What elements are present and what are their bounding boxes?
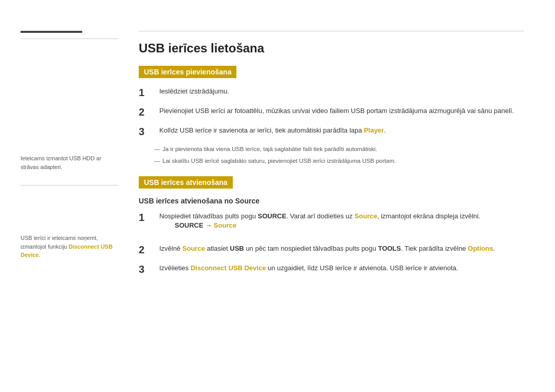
disconnect-step-2-text: Izvēlnē Source atlasiet USB un pēc tam n… <box>159 244 495 254</box>
section-disconnect: USB ierīces atvienošana USB ierīces atvi… <box>139 176 524 276</box>
connect-note-1: — Ja ir pievienota tikai viena USB ierīc… <box>154 145 524 154</box>
source-arrow: SOURCE → Source <box>175 221 480 229</box>
disconnect-step-3: 3 Izvēlieties Disconnect USB Device un u… <box>139 263 524 275</box>
sidebar-note-1: Ieteicams izmantot USB HDD ar strāvas ad… <box>21 154 113 171</box>
page-title: USB ierīces lietošana <box>139 41 524 55</box>
connect-step-3: 3 Kolīdz USB ierīce ir savienota ar ierī… <box>139 125 524 138</box>
connect-step-2-text: Pievienojiet USB ierīci ar fotoattēlu, m… <box>159 106 514 117</box>
sidebar-divider-mid <box>21 185 118 185</box>
disconnect-step-1: 1 Nospiediet tālvadības pults pogu SOURC… <box>139 211 524 237</box>
disconnect-step-2: 2 Izvēlnē Source atlasiet USB un pēc tam… <box>139 244 524 256</box>
section-connect: USB ierīces pievienošana 1 Ieslēdziet iz… <box>139 66 524 166</box>
connect-note-2: — Lai skatītu USB ierīcē saglabāto satur… <box>154 157 524 165</box>
connect-steps: 1 Ieslēdziet izstrādājumu. 2 Pievienojie… <box>139 86 524 138</box>
disconnect-step-3-text: Izvēlieties Disconnect USB Device un uzg… <box>159 263 458 274</box>
sidebar-divider-top <box>21 39 118 39</box>
section-disconnect-subheading: USB ierīces atvienošana no Source <box>139 197 524 205</box>
sidebar: Ieteicams izmantot USB HDD ar strāvas ad… <box>0 0 118 392</box>
connect-notes: — Ja ir pievienota tikai viena USB ierīc… <box>154 145 524 166</box>
sidebar-top-bar <box>21 31 82 33</box>
section-disconnect-heading: USB ierīces atvienošana <box>139 176 233 189</box>
main-content: USB ierīces lietošana USB ierīces pievie… <box>118 0 555 392</box>
connect-step-1-text: Ieslēdziet izstrādājumu. <box>159 86 229 97</box>
sidebar-note-2: USB ierīci ir ieteicams noņemt, izmantoj… <box>21 234 113 259</box>
section-connect-heading: USB ierīces pievienošana <box>139 66 236 78</box>
connect-step-3-text: Kolīdz USB ierīce ir savienota ar ierīci… <box>159 125 386 136</box>
top-divider <box>139 31 524 31</box>
disconnect-steps: 1 Nospiediet tālvadības pults pogu SOURC… <box>139 211 524 276</box>
connect-step-2: 2 Pievienojiet USB ierīci ar fotoattēlu,… <box>139 106 524 118</box>
disconnect-step-1-text: Nospiediet tālvadības pults pogu SOURCE.… <box>159 212 480 220</box>
connect-step-1: 1 Ieslēdziet izstrādājumu. <box>139 86 524 99</box>
